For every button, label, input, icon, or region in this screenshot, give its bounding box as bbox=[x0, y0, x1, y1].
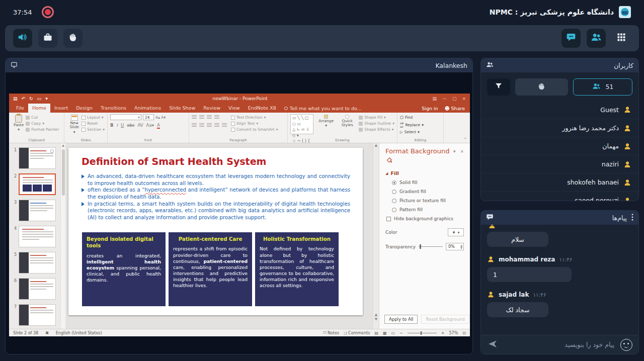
tab-slideshow[interactable]: Slide Show bbox=[165, 104, 199, 113]
shapes-gallery[interactable]: ▭ ╲ ╲ □ ○ ▭△ ∟ ⇨ ⇩ ◇ ▾☆ ~ ( ) { } bbox=[290, 114, 313, 134]
notes-button[interactable]: Notes bbox=[323, 331, 340, 335]
convert-smartart-button[interactable]: Convert to SmartArt ▾ bbox=[231, 127, 278, 132]
zoom-level[interactable]: 57% bbox=[449, 331, 458, 335]
chat-toggle-button[interactable] bbox=[561, 29, 581, 48]
send-message-icon[interactable] bbox=[487, 338, 498, 351]
line-spacing-icon[interactable] bbox=[222, 123, 227, 127]
align-right-icon[interactable] bbox=[207, 123, 212, 127]
share-button[interactable]: ☻ Share bbox=[445, 106, 465, 111]
select-button[interactable]: ▷Select ▾ bbox=[400, 130, 441, 134]
audio-button[interactable] bbox=[13, 29, 32, 48]
slide-scrollbar[interactable]: ▲▲▼ bbox=[373, 143, 379, 329]
transparency-slider[interactable] bbox=[419, 246, 443, 247]
indent-increase-icon[interactable] bbox=[214, 115, 219, 119]
shape-outline-button[interactable]: Shape Outline ▾ bbox=[359, 121, 394, 126]
paste-button[interactable]: Paste▾ bbox=[12, 114, 26, 133]
normal-view-icon[interactable]: ▤ bbox=[374, 331, 378, 335]
font-color-button[interactable]: A bbox=[157, 123, 160, 129]
raised-hands-filter-button[interactable] bbox=[515, 78, 568, 96]
tab-review[interactable]: Review bbox=[199, 104, 224, 113]
text-direction-button[interactable]: Text Direction ▾ bbox=[231, 115, 278, 120]
user-row[interactable]: دکتر محمد رضا هنرور bbox=[481, 119, 638, 137]
thumbnail-slide-4[interactable]: 4 bbox=[12, 226, 58, 247]
underline-button[interactable]: U bbox=[121, 123, 124, 128]
align-left-icon[interactable] bbox=[192, 123, 197, 127]
color-picker-button[interactable]: ♦▾ bbox=[448, 228, 464, 236]
raise-hand-button[interactable] bbox=[63, 29, 83, 48]
user-row[interactable]: shokofeh banaei bbox=[481, 173, 638, 191]
tab-insert[interactable]: Insert bbox=[50, 104, 72, 113]
collapse-ribbon-icon[interactable]: ⌃ bbox=[463, 137, 467, 142]
layout-grid-button[interactable] bbox=[612, 29, 631, 48]
align-text-button[interactable]: Align Text ▾ bbox=[231, 121, 278, 126]
users-count-button[interactable]: 51 bbox=[573, 78, 632, 96]
zoom-slider[interactable] bbox=[408, 333, 437, 333]
format-painter-button[interactable]: Format Painter bbox=[26, 127, 59, 132]
strikethrough-button[interactable]: abc bbox=[127, 123, 134, 128]
ribbon-options-icon[interactable]: ▤ bbox=[432, 96, 437, 101]
picture-fill-radio[interactable]: Picture or texture fill bbox=[392, 198, 464, 203]
font-name-box[interactable]: ▾ bbox=[110, 114, 141, 120]
minimize-icon[interactable]: — bbox=[442, 96, 447, 101]
italic-button[interactable]: I bbox=[116, 123, 118, 128]
emoji-picker-icon[interactable] bbox=[620, 339, 632, 351]
font-size-box[interactable]: 24 bbox=[143, 114, 154, 120]
numbering-icon[interactable] bbox=[199, 115, 204, 119]
user-row[interactable]: naziri bbox=[481, 155, 638, 173]
current-slide[interactable]: Definition of Smart Health System An adv… bbox=[68, 148, 363, 315]
tab-endnote[interactable]: EndNote X8 bbox=[244, 104, 280, 113]
messages-menu-icon[interactable] bbox=[631, 214, 633, 222]
pane-options-icon[interactable]: ▾ bbox=[453, 149, 456, 154]
redo-icon[interactable]: ↻ bbox=[29, 96, 33, 101]
shape-effects-button[interactable]: Shape Effects ▾ bbox=[359, 127, 394, 132]
pattern-fill-radio[interactable]: Pattern fill bbox=[392, 207, 464, 212]
thumbnail-slide-2-selected[interactable]: 2 bbox=[12, 173, 58, 195]
fill-expand-icon[interactable]: ◢ bbox=[385, 171, 388, 175]
thumbnail-slide-6[interactable]: 6 bbox=[12, 278, 58, 300]
transparency-spinner[interactable]: 0%▲▼ bbox=[446, 243, 464, 250]
thumbnail-slide-5[interactable]: 5 bbox=[12, 252, 58, 274]
user-row[interactable]: Guest bbox=[481, 101, 638, 119]
pane-close-icon[interactable]: × bbox=[460, 149, 464, 154]
quick-styles-button[interactable]: Quick Styles bbox=[339, 114, 356, 134]
fit-slide-icon[interactable]: ⊡ bbox=[462, 331, 466, 335]
tab-view[interactable]: View bbox=[224, 104, 244, 113]
char-spacing-button[interactable]: AV bbox=[138, 123, 143, 128]
start-slideshow-icon[interactable]: ▭ bbox=[37, 96, 42, 101]
tab-transitions[interactable]: Transitions bbox=[97, 104, 130, 113]
comments-button[interactable]: ❑ Comments bbox=[344, 331, 370, 335]
replace-button[interactable]: abacReplace ▾ bbox=[400, 121, 441, 128]
save-icon[interactable]: ▤ bbox=[13, 96, 18, 101]
zoom-out-icon[interactable]: − bbox=[399, 331, 403, 335]
hide-background-checkbox[interactable]: Hide background graphics bbox=[386, 216, 464, 221]
apply-to-all-button[interactable]: Apply to All bbox=[384, 315, 418, 324]
ppt-quick-access-toolbar[interactable]: ▤↶↻▭▾ bbox=[13, 96, 48, 101]
cut-button[interactable]: Cut bbox=[26, 115, 59, 120]
user-row[interactable]: saeed norouzi bbox=[481, 191, 638, 201]
thumbnail-slide-3[interactable]: 3 bbox=[12, 200, 58, 221]
solid-fill-radio[interactable]: Solid fill bbox=[392, 180, 464, 185]
user-row[interactable]: مهمان bbox=[481, 137, 638, 155]
users-toggle-button[interactable] bbox=[587, 29, 606, 48]
thumbnail-slide-7[interactable]: 7 bbox=[12, 304, 58, 326]
undo-icon[interactable]: ↶ bbox=[22, 96, 26, 101]
zoom-in-icon[interactable]: + bbox=[441, 331, 445, 335]
maximize-icon[interactable]: ▢ bbox=[452, 96, 457, 101]
sign-in-link[interactable]: Sign in bbox=[422, 106, 438, 111]
slideshow-view-icon[interactable]: ▭ bbox=[391, 331, 395, 335]
layout-button[interactable]: Layout ▾ bbox=[82, 115, 105, 120]
bullets-icon[interactable] bbox=[192, 115, 197, 119]
reset-button[interactable]: Reset bbox=[82, 121, 105, 126]
language-status[interactable]: English (United States) bbox=[56, 331, 102, 335]
section-button[interactable]: Section ▾ bbox=[82, 127, 105, 132]
indent-decrease-icon[interactable] bbox=[207, 115, 212, 119]
align-center-icon[interactable] bbox=[199, 123, 204, 127]
tab-home[interactable]: Home bbox=[28, 104, 50, 113]
change-case-button[interactable]: Aa▾ bbox=[146, 123, 154, 128]
slide-sorter-icon[interactable]: ▦ bbox=[383, 331, 387, 335]
shape-fill-button[interactable]: Shape Fill ▾ bbox=[359, 115, 394, 120]
gradient-fill-radio[interactable]: Gradient fill bbox=[392, 189, 464, 194]
new-slide-button[interactable]: New Slide▾ bbox=[67, 114, 82, 135]
tell-me-box[interactable]: Tell me what you want to do... bbox=[280, 104, 366, 113]
tab-design[interactable]: Design bbox=[72, 104, 97, 113]
